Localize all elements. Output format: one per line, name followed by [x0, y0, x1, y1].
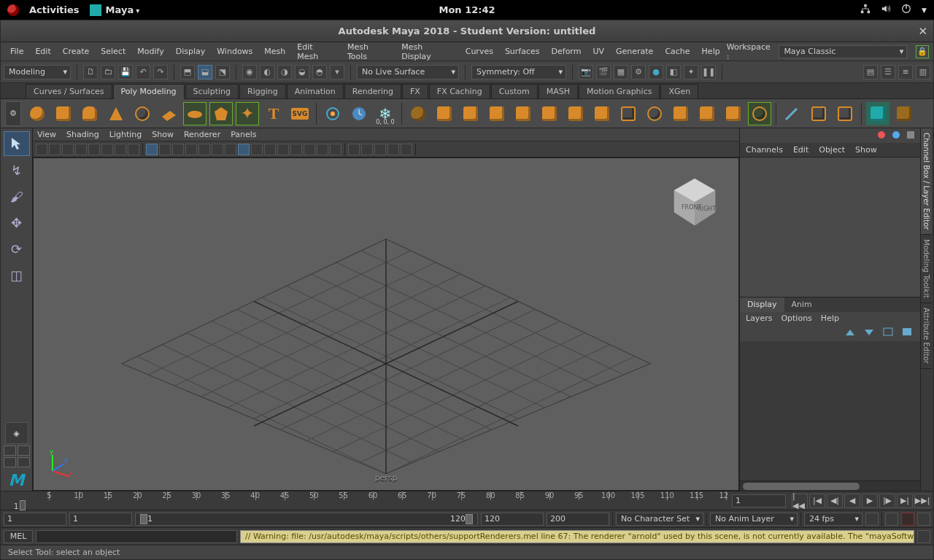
menu-set-dropdown[interactable]: Modeling	[4, 65, 71, 79]
snap-grid-button[interactable]: ◉	[242, 65, 257, 79]
current-frame-field[interactable]: 1	[732, 494, 786, 508]
panel-menu-view[interactable]: View	[37, 130, 56, 139]
snap-toggle-button[interactable]: ▾	[330, 65, 344, 79]
menu-surfaces[interactable]: Surfaces	[500, 44, 545, 58]
layout-single[interactable]	[4, 446, 16, 456]
render-view-button[interactable]: 📷	[579, 65, 593, 79]
crease-button[interactable]	[833, 102, 857, 125]
pt-lights[interactable]	[225, 144, 236, 155]
pt-wireframe[interactable]	[172, 144, 184, 155]
workspace-dropdown[interactable]: Maya Classic	[779, 45, 907, 58]
panel-menu-shading[interactable]: Shading	[66, 130, 99, 139]
shelf-tab-mash[interactable]: MASH	[539, 84, 578, 98]
pt-textured[interactable]	[212, 144, 223, 155]
loop-button[interactable]	[865, 513, 879, 526]
extrude-button[interactable]	[538, 102, 561, 125]
snap-live-button[interactable]: ◓	[312, 65, 327, 79]
pt-bookmark[interactable]	[62, 144, 74, 155]
play-forward-button[interactable]: ▶	[862, 494, 878, 508]
network-icon[interactable]	[860, 4, 871, 16]
layer-add-empty-icon[interactable]	[882, 327, 895, 338]
pt-image-plane[interactable]	[75, 144, 87, 155]
shelf-tab-fxcache[interactable]: FX Caching	[429, 84, 490, 98]
select-by-hierarchy-button[interactable]: ⬒	[180, 65, 195, 79]
last-tool-button[interactable]: ◈	[5, 422, 28, 444]
range-start-inner-field[interactable]: 1	[69, 513, 132, 526]
light-editor-button[interactable]: ✦	[684, 65, 698, 79]
menu-mesh-display[interactable]: Mesh Display	[396, 40, 458, 63]
target-weld-button[interactable]	[669, 102, 692, 125]
pt-select-camera[interactable]	[36, 144, 47, 155]
menu-display[interactable]: Display	[171, 44, 211, 58]
menu-mesh[interactable]: Mesh	[259, 44, 290, 58]
step-forward-button[interactable]: |▶	[879, 494, 895, 508]
pt-lock-camera[interactable]	[49, 144, 61, 155]
layer-scrollbar[interactable]	[740, 481, 920, 491]
panel-menu-panels[interactable]: Panels	[231, 130, 256, 139]
bevel-button[interactable]	[590, 102, 614, 125]
panel-menu-lighting[interactable]: Lighting	[109, 130, 142, 139]
snap-point-button[interactable]: ◑	[277, 65, 292, 79]
maya-logo-icon[interactable]: M	[5, 469, 28, 491]
layout-two-stack[interactable]	[18, 457, 30, 467]
pt-gamma[interactable]	[361, 144, 373, 155]
current-time-marker[interactable]	[20, 500, 26, 510]
pt-background[interactable]	[387, 144, 399, 155]
layer-tab-display[interactable]: Display	[740, 298, 784, 312]
separate-button[interactable]	[433, 102, 456, 125]
menu-cache[interactable]: Cache	[660, 44, 695, 58]
select-by-object-button[interactable]: ⬓	[198, 65, 212, 79]
pt-xray-joints[interactable]	[277, 144, 289, 155]
pt-ao[interactable]	[290, 144, 302, 155]
side-tab-channelbox[interactable]: Channel Box / Layer Editor	[921, 128, 932, 235]
chan-icon-1[interactable]	[876, 130, 887, 140]
smooth-button[interactable]	[512, 102, 535, 125]
layer-tab-anim[interactable]: Anim	[784, 298, 819, 312]
pt-xray[interactable]	[264, 144, 276, 155]
symmetry-dropdown[interactable]: Symmetry: Off	[471, 65, 566, 79]
range-end-outer-field[interactable]: 200	[547, 513, 609, 526]
shelf-tab-motion[interactable]: Motion Graphics	[579, 84, 660, 98]
poly-cone-button[interactable]	[104, 102, 128, 125]
render-frame-button[interactable]: 🎬	[596, 65, 611, 79]
layout-two-side[interactable]	[4, 457, 16, 467]
pt-dof[interactable]	[330, 144, 341, 155]
menu-create[interactable]: Create	[58, 44, 95, 58]
boolean-button[interactable]	[485, 102, 509, 125]
step-forward-key-button[interactable]: ▶|	[897, 494, 913, 508]
chan-menu-object[interactable]: Object	[819, 145, 845, 155]
shelf-tab-animation[interactable]: Animation	[287, 84, 344, 98]
menu-windows[interactable]: Windows	[212, 44, 258, 58]
quad-draw-button[interactable]	[807, 102, 830, 125]
step-back-button[interactable]: ◀|	[827, 494, 843, 508]
layer-menu-layers[interactable]: Layers	[746, 314, 772, 324]
menu-curves[interactable]: Curves	[460, 44, 498, 58]
pt-exposure[interactable]	[348, 144, 360, 155]
pt-shaded[interactable]	[185, 144, 197, 155]
menu-mesh-tools[interactable]: Mesh Tools	[342, 40, 395, 63]
ipr-button[interactable]: ▦	[614, 65, 628, 79]
select-by-component-button[interactable]: ⬔	[215, 65, 230, 79]
multi-cut-button[interactable]	[643, 102, 666, 125]
set-key-button[interactable]	[901, 513, 914, 526]
merge-button[interactable]	[695, 102, 719, 125]
go-to-start-button[interactable]: |◀◀	[792, 494, 808, 508]
toggle-attr-button[interactable]: ☰	[881, 65, 895, 79]
layer-editor-body[interactable]	[740, 341, 920, 481]
mirror-button[interactable]	[722, 102, 745, 125]
menu-generate[interactable]: Generate	[611, 44, 658, 58]
range-end-inner-field[interactable]: 120	[481, 513, 544, 526]
bridge-button[interactable]	[564, 102, 587, 125]
layer-menu-options[interactable]: Options	[781, 314, 811, 324]
extract-button[interactable]	[459, 102, 482, 125]
undo-button[interactable]: ↶	[136, 65, 150, 79]
panel-menu-renderer[interactable]: Renderer	[184, 130, 220, 139]
range-start-outer-field[interactable]: 1	[4, 513, 66, 526]
range-handle-end[interactable]	[466, 514, 473, 524]
side-tab-modeling-toolkit[interactable]: Modeling Toolkit	[921, 235, 932, 303]
platonic-button[interactable]	[209, 102, 233, 125]
snap-plane-button[interactable]: ◒	[295, 65, 309, 79]
pt-resolution-gate[interactable]	[146, 144, 158, 155]
pt-shadows[interactable]	[238, 144, 250, 155]
workspace-lock-icon[interactable]: 🔒	[916, 45, 929, 58]
